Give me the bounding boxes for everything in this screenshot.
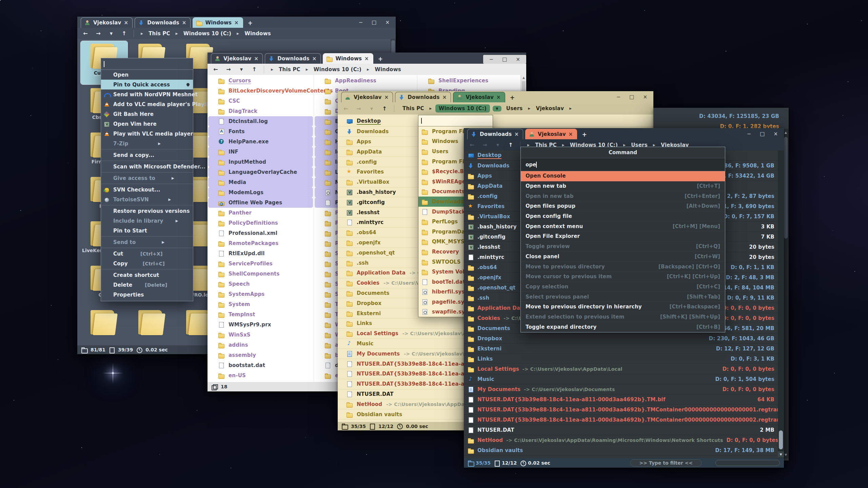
maximize-button[interactable]: □ [502, 56, 507, 62]
history-dropdown-icon[interactable]: ▾ [108, 30, 115, 37]
file-row[interactable]: ModemLogs [208, 187, 313, 198]
context-menu-item[interactable]: Pin to Start ▶ [101, 226, 193, 236]
file-row[interactable]: WMSysPr9.prx [208, 320, 313, 330]
file-row[interactable]: RtlExUpd.dll [208, 248, 313, 259]
maximize-button[interactable]: □ [760, 131, 765, 137]
new-tab-button[interactable]: + [245, 20, 257, 28]
command-palette-item[interactable]: Toggle preview [Ctrl+Q] [521, 242, 725, 252]
file-row[interactable]: Dropbox D: 230, F: 1043, 46 GB [464, 333, 778, 344]
forward-button[interactable]: → [95, 30, 102, 37]
tab-close-icon[interactable] [364, 56, 369, 62]
scroll-down-icon[interactable]: ▼ [778, 451, 784, 458]
context-menu-filter-input[interactable] [101, 58, 193, 70]
context-menu-item[interactable]: TortoiseSVN ▶ [101, 195, 193, 204]
vertical-scrollbar[interactable]: ▼ [778, 150, 784, 458]
context-menu-item[interactable]: Send to ▶ [101, 237, 193, 247]
back-button[interactable]: ← [469, 142, 475, 148]
scrollbar-thumb[interactable] [779, 430, 783, 449]
command-palette-item[interactable]: Toggle expand directory [Ctrl+B] [521, 322, 725, 332]
tab-close-icon[interactable] [124, 20, 129, 26]
file-row[interactable]: SystemApps [208, 289, 313, 299]
file-row[interactable]: BitLockerDiscoveryVolumeContents [208, 86, 313, 96]
file-row[interactable]: NTUSER.DAT{53b39e88-18c4-11ea-a811-000d3… [464, 415, 778, 425]
maximize-button[interactable]: □ [372, 19, 376, 25]
history-dropdown-icon[interactable]: ▾ [494, 142, 501, 148]
file-row[interactable]: bootstat.dat [208, 360, 313, 370]
breadcrumb-segment[interactable]: This PC [400, 105, 426, 112]
back-button[interactable]: ← [82, 30, 89, 37]
history-dropdown-icon[interactable]: ▾ [238, 66, 245, 73]
file-row[interactable]: HelpPane.exe [208, 137, 313, 147]
command-palette-item[interactable]: Open context menu [Ctrl+M] [Menu] [521, 221, 725, 231]
tab-close-icon[interactable] [312, 56, 317, 62]
command-palette-item[interactable]: Open in new tab [Ctrl+Enter] [521, 191, 725, 201]
tab[interactable]: Vjekoslav [211, 53, 263, 64]
context-menu-item[interactable]: Play with VLC media player ▶ [101, 129, 193, 139]
context-menu-item[interactable]: Git Bash Here ▶ [101, 109, 193, 119]
file-row[interactable]: NTUSER.DAT 2 MB [464, 425, 778, 435]
file-row[interactable]: addins [208, 340, 313, 350]
context-menu-item[interactable]: Include in library ▶ [101, 216, 193, 226]
minimize-button[interactable]: − [359, 19, 363, 25]
context-menu-item[interactable]: Delete [Delete] ▶ [101, 280, 193, 290]
command-palette-item[interactable]: Move to previous directory in hierarchy … [521, 302, 725, 312]
file-row[interactable]: en-US [208, 370, 313, 381]
minimize-button[interactable]: − [489, 56, 494, 62]
command-palette-item[interactable]: Extend selection to previous item [Shift… [521, 312, 725, 322]
command-palette-item[interactable]: Open files popup [Alt+Down] [521, 201, 725, 211]
command-palette-item[interactable]: Open Console [521, 171, 725, 181]
file-row[interactable]: Eksterni D: 12, F: 127, 12 GB [464, 344, 778, 354]
tab[interactable]: Vjekoslav [453, 92, 505, 102]
context-menu-item[interactable]: Pin to Quick access ▶ [101, 80, 193, 89]
up-button[interactable]: ↑ [507, 142, 514, 148]
up-button[interactable]: ↑ [121, 30, 127, 37]
tab[interactable]: Downloads [265, 53, 321, 64]
file-row[interactable]: Links D: 0, F: 3, 1 KB [464, 354, 778, 364]
context-menu-item[interactable]: Open ▶ [101, 70, 193, 80]
file-tile[interactable] [129, 307, 175, 345]
breadcrumb-segment[interactable]: Windows [373, 66, 403, 73]
tab-close-icon[interactable] [514, 131, 519, 137]
file-row[interactable]: DiagTrack [208, 106, 313, 116]
file-row[interactable]: Desktop [338, 117, 653, 127]
tab[interactable]: Vjekoslav [525, 129, 577, 139]
file-row[interactable]: ServiceProfiles [208, 259, 313, 269]
file-row[interactable]: NTUSER.DAT{53b39e88-18c4-11ea-a811-000d3… [464, 405, 778, 415]
context-menu-item[interactable]: Copy [Ctrl+C] ▶ [101, 259, 193, 268]
tab[interactable]: Vjekoslav [341, 92, 393, 102]
context-menu-item[interactable]: SVN Checkout... ▶ [101, 185, 193, 195]
drive-dropdown-button[interactable]: ▼ [493, 106, 501, 111]
command-palette-item[interactable]: Open File Explorer [521, 231, 725, 242]
forward-button[interactable]: → [225, 66, 232, 73]
breadcrumb-segment[interactable]: Windows 10 (C:) [181, 30, 233, 37]
context-menu-item[interactable]: Give access to ▶ [101, 173, 193, 183]
breadcrumb-segment[interactable]: This PC [146, 30, 172, 37]
file-tile[interactable] [81, 307, 127, 345]
file-row[interactable]: TempInst [208, 309, 313, 320]
new-tab-button[interactable]: + [375, 56, 388, 64]
up-button[interactable]: ↑ [251, 66, 258, 73]
type-to-filter-hint[interactable]: >> Type to filter << [630, 459, 702, 467]
breadcrumb-segment[interactable]: Windows 10 (C:) [312, 66, 363, 73]
file-row[interactable]: Speech [208, 279, 313, 289]
file-row[interactable]: AppReadiness [315, 76, 416, 86]
command-palette-input[interactable]: ope [521, 158, 725, 171]
file-row[interactable]: ShellComponents [208, 269, 313, 279]
file-row[interactable]: DtcInstall.log [208, 116, 313, 126]
command-palette-item[interactable]: Copy selection [Ctrl+C] [521, 282, 725, 292]
history-dropdown-icon[interactable]: ▾ [368, 105, 375, 112]
tab[interactable]: Windows [193, 17, 243, 28]
new-tab-button[interactable]: + [579, 131, 591, 139]
breadcrumb-drive-selected[interactable]: Windows 10 (C:) [435, 104, 490, 113]
context-menu-item[interactable]: Restore previous versions ▶ [101, 206, 193, 216]
file-row[interactable]: My Documents -> C:\Users\Vjekoslav\Docum… [464, 384, 778, 394]
file-row[interactable]: Professional.xml [208, 228, 313, 238]
close-button[interactable]: × [643, 94, 647, 100]
file-row[interactable]: RemotePackages [208, 238, 313, 248]
minimize-button[interactable]: − [616, 94, 621, 100]
command-palette-item[interactable]: Select previous panel [Shift+Tab] [521, 292, 725, 302]
file-row[interactable]: Cursors [208, 76, 313, 86]
file-row[interactable]: INF [208, 147, 313, 157]
tab-close-icon[interactable] [569, 131, 573, 137]
file-row[interactable]: Obsidian vaults D: 17, F: 149, 38 MB [464, 445, 778, 455]
